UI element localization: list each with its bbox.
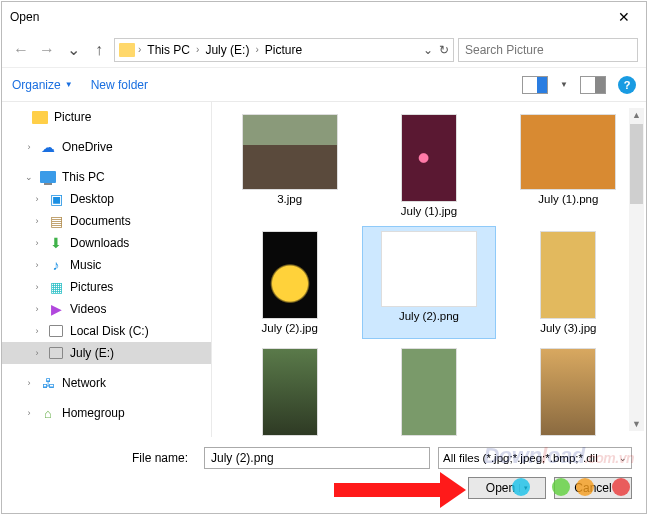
view-dropdown-icon[interactable]: ▼ xyxy=(560,80,568,89)
body: Picture ›☁OneDrive ⌄This PC ›▣Desktop ›▤… xyxy=(2,102,646,437)
scroll-down-icon[interactable]: ▼ xyxy=(632,417,641,431)
footer: File name: All files (*.jpg;*.jpeg;*.bmp… xyxy=(2,437,646,513)
file-grid: 3.jpgJuly (1).jpgJuly (1).pngJuly (2).jp… xyxy=(224,110,634,437)
file-label: July (2).png xyxy=(399,310,459,322)
file-grid-wrap: 3.jpgJuly (1).jpgJuly (1).pngJuly (2).jp… xyxy=(212,102,646,437)
file-item[interactable] xyxy=(503,344,634,437)
organize-button[interactable]: Organize▼ xyxy=(12,78,73,92)
filename-label: File name: xyxy=(16,451,196,465)
sidebar-item-downloads[interactable]: ›⬇Downloads xyxy=(2,232,211,254)
sidebar-item-network[interactable]: ›🖧Network xyxy=(2,372,211,394)
close-icon[interactable]: ✕ xyxy=(610,9,638,25)
up-icon[interactable]: ↑ xyxy=(88,39,110,61)
open-button[interactable]: Open▾ xyxy=(468,477,546,499)
file-item[interactable]: 3.jpg xyxy=(224,110,355,221)
window-title: Open xyxy=(10,10,39,24)
toolbar: Organize▼ New folder ▼ ? xyxy=(2,68,646,102)
sidebar-item-desktop[interactable]: ›▣Desktop xyxy=(2,188,211,210)
thumbnail xyxy=(262,348,318,436)
nav-row: ← → ⌄ ↑ › This PC › July (E:) › Picture … xyxy=(2,32,646,68)
thumbnail xyxy=(401,348,457,436)
preview-pane-button[interactable] xyxy=(580,76,606,94)
crumb-thispc[interactable]: This PC xyxy=(144,43,193,57)
file-label: July (1).jpg xyxy=(401,205,457,217)
sidebar-item-music[interactable]: ›♪Music xyxy=(2,254,211,276)
file-item[interactable] xyxy=(363,344,494,437)
cancel-button[interactable]: Cancel xyxy=(554,477,632,499)
view-mode-button[interactable] xyxy=(522,76,548,94)
file-label: July (2).jpg xyxy=(262,322,318,334)
help-icon[interactable]: ? xyxy=(618,76,636,94)
file-label: July (1).png xyxy=(538,193,598,205)
file-item[interactable]: July (1).png xyxy=(503,110,634,221)
new-folder-button[interactable]: New folder xyxy=(91,78,148,92)
thumbnail xyxy=(540,231,596,319)
thumbnail xyxy=(540,348,596,436)
file-item[interactable]: July (2).png xyxy=(363,227,494,338)
sidebar-item-pictures[interactable]: ›▦Pictures xyxy=(2,276,211,298)
crumb-picture[interactable]: Picture xyxy=(262,43,305,57)
file-item[interactable]: July (3).jpg xyxy=(503,227,634,338)
sidebar-item-localc[interactable]: ›Local Disk (C:) xyxy=(2,320,211,342)
folder-icon xyxy=(119,43,135,57)
sidebar-item-homegroup[interactable]: ›⌂Homegroup xyxy=(2,402,211,424)
scrollbar[interactable]: ▲ ▼ xyxy=(629,108,644,431)
search-input[interactable]: Search Picture xyxy=(458,38,638,62)
breadcrumb[interactable]: › This PC › July (E:) › Picture ⌄ ↻ xyxy=(114,38,454,62)
filetype-dropdown[interactable]: All files (*.jpg;*.jpeg;*.bmp;*.dil ⌄ xyxy=(438,447,632,469)
recent-dropdown-icon[interactable]: ⌄ xyxy=(62,39,84,61)
file-item[interactable]: July (2).jpg xyxy=(224,227,355,338)
file-item[interactable] xyxy=(224,344,355,437)
filename-input[interactable] xyxy=(204,447,430,469)
scroll-thumb[interactable] xyxy=(630,124,643,204)
thumbnail xyxy=(381,231,477,307)
thumbnail xyxy=(520,114,616,190)
crumb-july[interactable]: July (E:) xyxy=(202,43,252,57)
sidebar-item-documents[interactable]: ›▤Documents xyxy=(2,210,211,232)
sidebar-item-thispc[interactable]: ⌄This PC xyxy=(2,166,211,188)
forward-icon[interactable]: → xyxy=(36,39,58,61)
path-dropdown-icon[interactable]: ⌄ xyxy=(423,43,433,57)
sidebar-item-videos[interactable]: ›▶Videos xyxy=(2,298,211,320)
open-dialog: Open ✕ ← → ⌄ ↑ › This PC › July (E:) › P… xyxy=(1,1,647,514)
sidebar-item-picture[interactable]: Picture xyxy=(2,106,211,128)
titlebar: Open ✕ xyxy=(2,2,646,32)
sidebar-item-onedrive[interactable]: ›☁OneDrive xyxy=(2,136,211,158)
refresh-icon[interactable]: ↻ xyxy=(439,43,449,57)
scroll-up-icon[interactable]: ▲ xyxy=(632,108,641,122)
thumbnail xyxy=(401,114,457,202)
thumbnail xyxy=(262,231,318,319)
file-label: 3.jpg xyxy=(277,193,302,205)
sidebar-item-julye[interactable]: ›July (E:) xyxy=(2,342,211,364)
thumbnail xyxy=(242,114,338,190)
nav-tree: Picture ›☁OneDrive ⌄This PC ›▣Desktop ›▤… xyxy=(2,102,212,437)
back-icon[interactable]: ← xyxy=(10,39,32,61)
file-item[interactable]: July (1).jpg xyxy=(363,110,494,221)
file-label: July (3).jpg xyxy=(540,322,596,334)
